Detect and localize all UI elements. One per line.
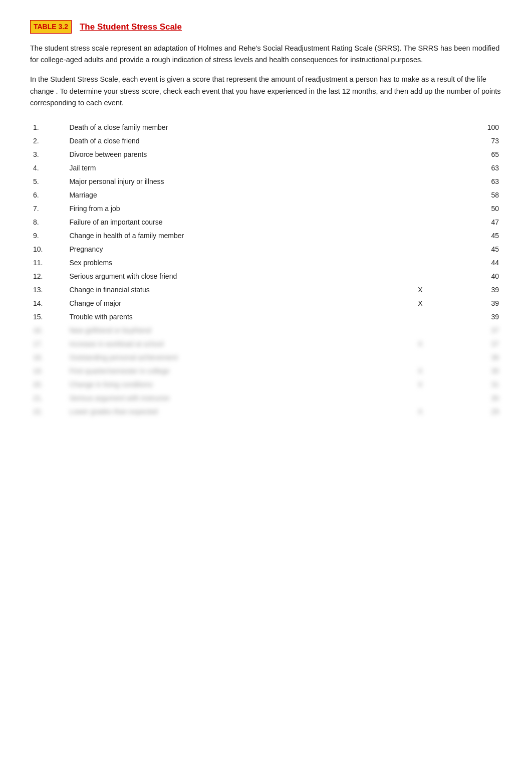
item-number: 7. xyxy=(30,202,66,216)
item-check xyxy=(393,202,448,216)
table-row: 6. Marriage 58 xyxy=(30,188,502,202)
item-check: X xyxy=(393,337,448,351)
item-check xyxy=(393,175,448,188)
item-event: Sex problems xyxy=(66,256,393,270)
item-check xyxy=(393,324,448,337)
item-number: 17. xyxy=(30,337,66,351)
item-event: New girlfriend or boyfriend xyxy=(66,324,393,337)
table-row: 19. First quarter/semester in college X … xyxy=(30,364,502,378)
item-check xyxy=(393,161,448,175)
item-score: 63 xyxy=(447,161,502,175)
item-number: 15. xyxy=(30,310,66,324)
table-row: 7. Firing from a job 50 xyxy=(30,202,502,216)
item-event: Death of a close friend xyxy=(66,134,393,148)
item-check xyxy=(393,351,448,364)
table-row: 22. Lower grades than expected X 29 xyxy=(30,405,502,419)
stress-table: 1. Death of a close family member 100 2.… xyxy=(30,121,502,419)
item-event: Increase in workload at school xyxy=(66,337,393,351)
item-event: Change in living conditions xyxy=(66,378,393,392)
item-score: 29 xyxy=(447,405,502,419)
item-score: 35 xyxy=(447,364,502,378)
item-check xyxy=(393,243,448,256)
item-check xyxy=(393,188,448,202)
item-check xyxy=(393,310,448,324)
intro-paragraph-2: In the Student Stress Scale, each event … xyxy=(30,74,502,109)
item-number: 11. xyxy=(30,256,66,270)
item-number: 4. xyxy=(30,161,66,175)
item-event: Marriage xyxy=(66,188,393,202)
item-check xyxy=(393,229,448,243)
table-row: 18. Outstanding personal achievement 36 xyxy=(30,351,502,364)
item-score: 63 xyxy=(447,175,502,188)
item-score: 47 xyxy=(447,216,502,229)
table-row: 14. Change of major X 39 xyxy=(30,297,502,310)
item-check: X xyxy=(393,364,448,378)
item-score: 36 xyxy=(447,351,502,364)
table-row: 16. New girlfriend or boyfriend 37 xyxy=(30,324,502,337)
item-number: 13. xyxy=(30,283,66,297)
item-check xyxy=(393,270,448,283)
table-row: 10. Pregnancy 45 xyxy=(30,243,502,256)
item-number: 6. xyxy=(30,188,66,202)
item-event: Major personal injury or illness xyxy=(66,175,393,188)
item-check: X xyxy=(393,297,448,310)
item-check: X xyxy=(393,405,448,419)
item-score: 100 xyxy=(447,121,502,134)
item-event: Failure of an important course xyxy=(66,216,393,229)
item-score: 31 xyxy=(447,378,502,392)
table-row: 11. Sex problems 44 xyxy=(30,256,502,270)
item-number: 19. xyxy=(30,364,66,378)
item-event: Jail term xyxy=(66,161,393,175)
item-number: 16. xyxy=(30,324,66,337)
item-number: 2. xyxy=(30,134,66,148)
item-number: 18. xyxy=(30,351,66,364)
item-number: 3. xyxy=(30,148,66,161)
item-event: Change of major xyxy=(66,297,393,310)
item-check xyxy=(393,392,448,405)
table-row: 1. Death of a close family member 100 xyxy=(30,121,502,134)
table-row: 15. Trouble with parents 39 xyxy=(30,310,502,324)
item-score: 58 xyxy=(447,188,502,202)
item-number: 12. xyxy=(30,270,66,283)
item-check xyxy=(393,134,448,148)
item-event: Divorce between parents xyxy=(66,148,393,161)
table-row: 13. Change in financial status X 39 xyxy=(30,283,502,297)
item-score: 44 xyxy=(447,256,502,270)
item-check xyxy=(393,216,448,229)
intro-paragraph-1: The student stress scale represent an ad… xyxy=(30,43,502,66)
item-number: 9. xyxy=(30,229,66,243)
item-score: 30 xyxy=(447,392,502,405)
item-number: 5. xyxy=(30,175,66,188)
item-number: 10. xyxy=(30,243,66,256)
item-event: Serious argument with close friend xyxy=(66,270,393,283)
item-number: 21. xyxy=(30,392,66,405)
item-check xyxy=(393,148,448,161)
item-check: X xyxy=(393,283,448,297)
item-number: 8. xyxy=(30,216,66,229)
item-event: Outstanding personal achievement xyxy=(66,351,393,364)
item-score: 39 xyxy=(447,283,502,297)
item-number: 1. xyxy=(30,121,66,134)
table-row: 3. Divorce between parents 65 xyxy=(30,148,502,161)
table-row: 2. Death of a close friend 73 xyxy=(30,134,502,148)
item-number: 20. xyxy=(30,378,66,392)
table-header: TABLE 3.2 The Student Stress Scale xyxy=(30,20,502,34)
table-row: 9. Change in health of a family member 4… xyxy=(30,229,502,243)
item-score: 45 xyxy=(447,243,502,256)
table-row: 21. Serious argument with instructor 30 xyxy=(30,392,502,405)
item-event: Trouble with parents xyxy=(66,310,393,324)
item-event: First quarter/semester in college xyxy=(66,364,393,378)
item-check: X xyxy=(393,378,448,392)
item-score: 37 xyxy=(447,324,502,337)
table-row: 17. Increase in workload at school X 37 xyxy=(30,337,502,351)
item-event: Death of a close family member xyxy=(66,121,393,134)
item-event: Change in financial status xyxy=(66,283,393,297)
item-event: Firing from a job xyxy=(66,202,393,216)
item-event: Pregnancy xyxy=(66,243,393,256)
item-score: 45 xyxy=(447,229,502,243)
table-row: 8. Failure of an important course 47 xyxy=(30,216,502,229)
table-label: TABLE 3.2 xyxy=(30,20,72,34)
table-row: 20. Change in living conditions X 31 xyxy=(30,378,502,392)
item-check xyxy=(393,256,448,270)
table-row: 4. Jail term 63 xyxy=(30,161,502,175)
